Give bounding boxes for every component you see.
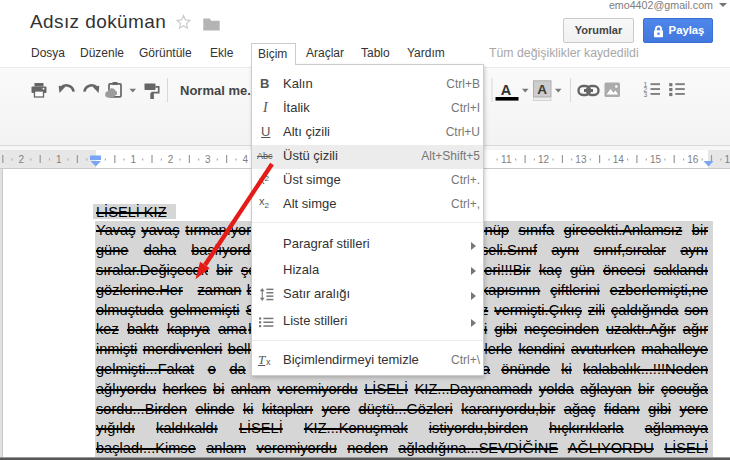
- svg-text:2: 2: [19, 154, 25, 165]
- svg-text:13: 13: [575, 154, 587, 165]
- svg-text:1: 1: [131, 154, 137, 165]
- svg-text:1: 1: [56, 154, 62, 165]
- svg-text:2: 2: [168, 154, 174, 165]
- svg-text:A: A: [501, 82, 512, 98]
- svg-text:16: 16: [687, 154, 699, 165]
- svg-text:3: 3: [644, 91, 648, 98]
- svg-text:14: 14: [613, 154, 625, 165]
- svg-text:17: 17: [725, 154, 730, 165]
- svg-text:15: 15: [650, 154, 662, 165]
- svg-text:A: A: [537, 82, 547, 97]
- svg-text:11: 11: [501, 154, 512, 165]
- svg-text:12: 12: [538, 154, 550, 165]
